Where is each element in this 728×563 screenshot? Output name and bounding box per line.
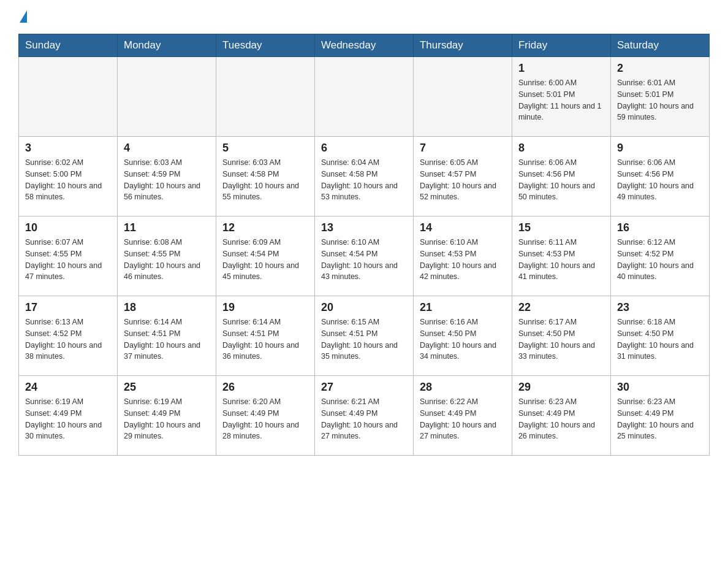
- day-info: Sunrise: 6:14 AMSunset: 4:51 PMDaylight:…: [222, 316, 308, 362]
- day-info: Sunrise: 6:13 AMSunset: 4:52 PMDaylight:…: [25, 316, 111, 362]
- day-number: 20: [321, 301, 407, 314]
- calendar-cell: [314, 57, 413, 137]
- calendar-cell: 21Sunrise: 6:16 AMSunset: 4:50 PMDayligh…: [413, 296, 512, 376]
- day-info: Sunrise: 6:17 AMSunset: 4:50 PMDaylight:…: [518, 316, 604, 362]
- day-info: Sunrise: 6:20 AMSunset: 4:49 PMDaylight:…: [222, 396, 308, 442]
- day-info: Sunrise: 6:06 AMSunset: 4:56 PMDaylight:…: [518, 157, 604, 203]
- calendar-cell: 8Sunrise: 6:06 AMSunset: 4:56 PMDaylight…: [512, 137, 610, 216]
- day-info: Sunrise: 6:03 AMSunset: 4:58 PMDaylight:…: [222, 157, 308, 203]
- day-number: 8: [518, 142, 604, 155]
- day-number: 23: [617, 301, 703, 314]
- day-number: 30: [617, 381, 703, 394]
- day-number: 1: [518, 62, 604, 75]
- weekday-header-tuesday: Tuesday: [216, 34, 314, 57]
- day-number: 5: [222, 142, 308, 155]
- day-number: 25: [124, 381, 210, 394]
- calendar-cell: 5Sunrise: 6:03 AMSunset: 4:58 PMDaylight…: [216, 137, 314, 216]
- calendar-cell: 24Sunrise: 6:19 AMSunset: 4:49 PMDayligh…: [19, 376, 118, 456]
- calendar-cell: 22Sunrise: 6:17 AMSunset: 4:50 PMDayligh…: [512, 296, 610, 376]
- day-number: 19: [222, 301, 308, 314]
- day-info: Sunrise: 6:05 AMSunset: 4:57 PMDaylight:…: [420, 157, 506, 203]
- day-number: 14: [420, 221, 506, 234]
- calendar-cell: 18Sunrise: 6:14 AMSunset: 4:51 PMDayligh…: [117, 296, 216, 376]
- day-number: 2: [617, 62, 703, 75]
- calendar-cell: 23Sunrise: 6:18 AMSunset: 4:50 PMDayligh…: [610, 296, 709, 376]
- week-row-1: 1Sunrise: 6:00 AMSunset: 5:01 PMDaylight…: [19, 57, 710, 137]
- weekday-header-sunday: Sunday: [19, 34, 118, 57]
- calendar-cell: 12Sunrise: 6:09 AMSunset: 4:54 PMDayligh…: [216, 216, 314, 296]
- weekday-header-monday: Monday: [117, 34, 216, 57]
- day-number: 28: [420, 381, 506, 394]
- day-number: 16: [617, 221, 703, 234]
- calendar-cell: 2Sunrise: 6:01 AMSunset: 5:01 PMDaylight…: [610, 57, 709, 137]
- day-number: 21: [420, 301, 506, 314]
- calendar-cell: 7Sunrise: 6:05 AMSunset: 4:57 PMDaylight…: [413, 137, 512, 216]
- calendar-cell: 13Sunrise: 6:10 AMSunset: 4:54 PMDayligh…: [314, 216, 413, 296]
- calendar-cell: 28Sunrise: 6:22 AMSunset: 4:49 PMDayligh…: [413, 376, 512, 456]
- calendar-cell: 10Sunrise: 6:07 AMSunset: 4:55 PMDayligh…: [19, 216, 118, 296]
- day-info: Sunrise: 6:21 AMSunset: 4:49 PMDaylight:…: [321, 396, 407, 442]
- calendar-cell: 20Sunrise: 6:15 AMSunset: 4:51 PMDayligh…: [314, 296, 413, 376]
- day-info: Sunrise: 6:16 AMSunset: 4:50 PMDaylight:…: [420, 316, 506, 362]
- calendar-cell: 9Sunrise: 6:06 AMSunset: 4:56 PMDaylight…: [610, 137, 709, 216]
- day-info: Sunrise: 6:15 AMSunset: 4:51 PMDaylight:…: [321, 316, 407, 362]
- weekday-header-saturday: Saturday: [610, 34, 709, 57]
- calendar-cell: 30Sunrise: 6:23 AMSunset: 4:49 PMDayligh…: [610, 376, 709, 456]
- calendar-cell: [19, 57, 118, 137]
- day-info: Sunrise: 6:18 AMSunset: 4:50 PMDaylight:…: [617, 316, 703, 362]
- day-info: Sunrise: 6:06 AMSunset: 4:56 PMDaylight:…: [617, 157, 703, 203]
- weekday-header-wednesday: Wednesday: [314, 34, 413, 57]
- calendar-table: SundayMondayTuesdayWednesdayThursdayFrid…: [18, 34, 710, 456]
- day-info: Sunrise: 6:23 AMSunset: 4:49 PMDaylight:…: [518, 396, 604, 442]
- calendar-cell: 27Sunrise: 6:21 AMSunset: 4:49 PMDayligh…: [314, 376, 413, 456]
- calendar-cell: 29Sunrise: 6:23 AMSunset: 4:49 PMDayligh…: [512, 376, 610, 456]
- logo: [18, 12, 27, 23]
- day-info: Sunrise: 6:19 AMSunset: 4:49 PMDaylight:…: [25, 396, 111, 442]
- day-info: Sunrise: 6:12 AMSunset: 4:52 PMDaylight:…: [617, 237, 703, 283]
- calendar-cell: 14Sunrise: 6:10 AMSunset: 4:53 PMDayligh…: [413, 216, 512, 296]
- day-info: Sunrise: 6:10 AMSunset: 4:54 PMDaylight:…: [321, 237, 407, 283]
- day-info: Sunrise: 6:09 AMSunset: 4:54 PMDaylight:…: [222, 237, 308, 283]
- logo-triangle-icon: [20, 10, 27, 23]
- calendar-cell: 15Sunrise: 6:11 AMSunset: 4:53 PMDayligh…: [512, 216, 610, 296]
- day-number: 11: [124, 221, 210, 234]
- day-info: Sunrise: 6:03 AMSunset: 4:59 PMDaylight:…: [124, 157, 210, 203]
- day-number: 29: [518, 381, 604, 394]
- day-number: 7: [420, 142, 506, 155]
- day-info: Sunrise: 6:23 AMSunset: 4:49 PMDaylight:…: [617, 396, 703, 442]
- calendar-cell: 3Sunrise: 6:02 AMSunset: 5:00 PMDaylight…: [19, 137, 118, 216]
- weekday-header-row: SundayMondayTuesdayWednesdayThursdayFrid…: [19, 34, 710, 57]
- day-info: Sunrise: 6:01 AMSunset: 5:01 PMDaylight:…: [617, 77, 703, 123]
- day-number: 15: [518, 221, 604, 234]
- day-number: 6: [321, 142, 407, 155]
- weekday-header-thursday: Thursday: [413, 34, 512, 57]
- day-number: 27: [321, 381, 407, 394]
- week-row-2: 3Sunrise: 6:02 AMSunset: 5:00 PMDaylight…: [19, 137, 710, 216]
- calendar-cell: 16Sunrise: 6:12 AMSunset: 4:52 PMDayligh…: [610, 216, 709, 296]
- day-info: Sunrise: 6:04 AMSunset: 4:58 PMDaylight:…: [321, 157, 407, 203]
- day-number: 3: [25, 142, 111, 155]
- day-number: 9: [617, 142, 703, 155]
- page-header: [18, 12, 710, 23]
- calendar-cell: 1Sunrise: 6:00 AMSunset: 5:01 PMDaylight…: [512, 57, 610, 137]
- week-row-5: 24Sunrise: 6:19 AMSunset: 4:49 PMDayligh…: [19, 376, 710, 456]
- day-info: Sunrise: 6:07 AMSunset: 4:55 PMDaylight:…: [25, 237, 111, 283]
- calendar-cell: 6Sunrise: 6:04 AMSunset: 4:58 PMDaylight…: [314, 137, 413, 216]
- day-info: Sunrise: 6:14 AMSunset: 4:51 PMDaylight:…: [124, 316, 210, 362]
- day-number: 18: [124, 301, 210, 314]
- calendar-cell: 17Sunrise: 6:13 AMSunset: 4:52 PMDayligh…: [19, 296, 118, 376]
- day-info: Sunrise: 6:02 AMSunset: 5:00 PMDaylight:…: [25, 157, 111, 203]
- day-number: 12: [222, 221, 308, 234]
- day-info: Sunrise: 6:00 AMSunset: 5:01 PMDaylight:…: [518, 77, 604, 123]
- calendar-cell: 11Sunrise: 6:08 AMSunset: 4:55 PMDayligh…: [117, 216, 216, 296]
- week-row-3: 10Sunrise: 6:07 AMSunset: 4:55 PMDayligh…: [19, 216, 710, 296]
- calendar-cell: 25Sunrise: 6:19 AMSunset: 4:49 PMDayligh…: [117, 376, 216, 456]
- day-number: 24: [25, 381, 111, 394]
- day-info: Sunrise: 6:08 AMSunset: 4:55 PMDaylight:…: [124, 237, 210, 283]
- day-number: 4: [124, 142, 210, 155]
- calendar-cell: 26Sunrise: 6:20 AMSunset: 4:49 PMDayligh…: [216, 376, 314, 456]
- day-info: Sunrise: 6:19 AMSunset: 4:49 PMDaylight:…: [124, 396, 210, 442]
- calendar-cell: [413, 57, 512, 137]
- day-info: Sunrise: 6:10 AMSunset: 4:53 PMDaylight:…: [420, 237, 506, 283]
- week-row-4: 17Sunrise: 6:13 AMSunset: 4:52 PMDayligh…: [19, 296, 710, 376]
